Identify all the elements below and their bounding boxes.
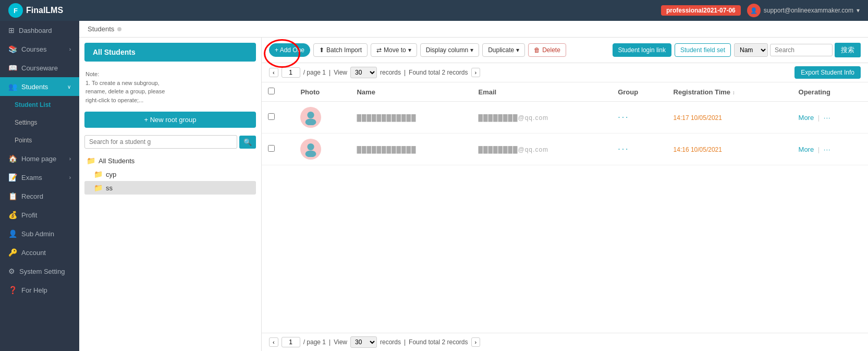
svg-point-0 bbox=[308, 112, 314, 118]
select-all-checkbox[interactable] bbox=[268, 88, 275, 94]
col-group: Group bbox=[612, 82, 667, 102]
move-icon: ⇄ bbox=[376, 46, 382, 54]
page-title: Students bbox=[88, 25, 114, 33]
search-group: Nam Email 搜索 bbox=[734, 43, 861, 57]
page-label-bottom: / page 1 bbox=[303, 338, 326, 346]
logo: F FinalLMS bbox=[8, 3, 63, 18]
pipe-separator: | bbox=[404, 69, 406, 76]
export-student-info-button[interactable]: Export Student Info bbox=[794, 66, 861, 79]
chevron-down-icon: ▾ bbox=[408, 46, 411, 54]
avatar bbox=[300, 107, 321, 128]
col-operating: Operating bbox=[792, 82, 868, 102]
sidebar-item-points[interactable]: Points bbox=[0, 131, 79, 149]
move-to-button[interactable]: ⇄ Move to ▾ bbox=[371, 43, 417, 57]
avatar-svg bbox=[303, 141, 319, 157]
sidebar-item-for-help[interactable]: ❓ For Help bbox=[0, 281, 79, 299]
row-group: ··· bbox=[612, 102, 667, 134]
sidebar-item-student-list[interactable]: Student List bbox=[0, 96, 79, 114]
row-checkbox bbox=[262, 134, 294, 165]
search-button[interactable]: 搜索 bbox=[835, 43, 861, 57]
sidebar-item-label: Dashboard bbox=[19, 27, 52, 34]
pagination-bar-top: ‹ / page 1 | View 30 50 100 records | Fo… bbox=[262, 63, 868, 82]
sidebar-item-courseware[interactable]: 📖 Courseware bbox=[0, 58, 79, 77]
row-checkbox bbox=[262, 102, 294, 134]
duplicate-button[interactable]: Duplicate ▾ bbox=[482, 43, 525, 57]
view-count-select-bottom[interactable]: 30 50 100 bbox=[350, 336, 377, 348]
sidebar-item-subadmin[interactable]: 👤 Sub Admin bbox=[0, 224, 79, 243]
search-input[interactable] bbox=[770, 44, 833, 56]
page-number-input-bottom[interactable] bbox=[282, 337, 300, 347]
group-item-all-students[interactable]: 📁 All Students bbox=[84, 154, 256, 167]
name-filter-select[interactable]: Nam Email bbox=[734, 43, 768, 57]
row-select-checkbox[interactable] bbox=[268, 145, 275, 152]
col-name: Name bbox=[350, 82, 472, 102]
svg-point-2 bbox=[308, 143, 314, 150]
row-email: ████████@qq.com bbox=[472, 102, 612, 134]
sidebar-item-students[interactable]: 👥 Students ∨ bbox=[0, 77, 79, 96]
row-operating: More | ··· bbox=[792, 102, 868, 134]
registration-time: 14:17 10/05/2021 bbox=[674, 114, 722, 122]
plan-badge: professional2021-07-06 bbox=[661, 5, 741, 16]
row-select-checkbox[interactable] bbox=[268, 113, 275, 120]
view-label-bottom: View bbox=[334, 338, 347, 346]
table-row: ████████████ ████████@qq.com ··· 14:16 1… bbox=[262, 134, 868, 165]
col-photo: Photo bbox=[294, 82, 350, 102]
page-label: / page 1 bbox=[303, 69, 326, 76]
sidebar-item-exams[interactable]: 📝 Exams › bbox=[0, 168, 79, 187]
sidebar-item-settings[interactable]: Settings bbox=[0, 114, 79, 131]
page-number-input[interactable] bbox=[282, 67, 300, 78]
toolbar: + Add One ⬆ Batch Import ⇄ Move to ▾ Dis… bbox=[262, 38, 868, 63]
blurred-name: ████████████ bbox=[357, 146, 416, 153]
note-title: Note: bbox=[85, 71, 99, 77]
sidebar-item-label: Courseware bbox=[21, 64, 58, 72]
pagination-bar-bottom: ‹ / page 1 | View 30 50 100 records | Fo… bbox=[262, 333, 868, 351]
more-button[interactable]: More bbox=[799, 146, 814, 153]
action-dots[interactable]: ··· bbox=[824, 114, 831, 122]
search-group-input[interactable] bbox=[84, 135, 237, 149]
student-field-set-button[interactable]: Student field set bbox=[675, 43, 731, 57]
dashboard-icon: ⊞ bbox=[8, 26, 15, 34]
student-login-link-button[interactable]: Student login link bbox=[613, 43, 671, 57]
more-button[interactable]: More bbox=[799, 114, 814, 122]
data-table: Photo Name Email Group Registration Time… bbox=[262, 82, 868, 333]
next-page-button-bottom[interactable]: › bbox=[471, 337, 481, 347]
sidebar-item-courses[interactable]: 📚 Courses › bbox=[0, 40, 79, 58]
prev-page-button[interactable]: ‹ bbox=[269, 68, 278, 77]
logo-icon: F bbox=[8, 3, 23, 18]
batch-import-button[interactable]: ⬆ Batch Import bbox=[313, 43, 368, 57]
record-icon: 📋 bbox=[8, 192, 17, 200]
svg-point-3 bbox=[305, 150, 316, 157]
blurred-name: ████████████ bbox=[357, 114, 416, 122]
folder-icon: 📁 bbox=[94, 170, 103, 178]
sidebar-item-system-setting[interactable]: ⚙ System Setting bbox=[0, 262, 79, 281]
group-item-ss[interactable]: 📁 ss bbox=[84, 181, 256, 195]
profit-icon: 💰 bbox=[8, 211, 17, 219]
blurred-email: ████████@qq.com bbox=[479, 146, 549, 153]
sidebar-item-dashboard[interactable]: ⊞ Dashboard bbox=[0, 21, 79, 40]
sidebar-item-record[interactable]: 📋 Record bbox=[0, 187, 79, 205]
prev-page-button-bottom[interactable]: ‹ bbox=[269, 337, 278, 347]
new-root-group-button[interactable]: + New root group bbox=[84, 112, 256, 128]
page-header: Students bbox=[79, 21, 868, 38]
sidebar-item-label: For Help bbox=[21, 286, 47, 294]
display-column-button[interactable]: Display column ▾ bbox=[420, 43, 479, 57]
group-dots[interactable]: ··· bbox=[618, 144, 629, 153]
user-info[interactable]: 👤 support@onlineexammaker.com ▾ bbox=[747, 4, 860, 17]
view-count-select[interactable]: 30 50 100 bbox=[350, 67, 377, 78]
search-group-button[interactable]: 🔍 bbox=[239, 136, 256, 149]
records-label: records bbox=[380, 69, 401, 76]
note-box: Note: 1. To create a new subgroup, renam… bbox=[79, 67, 261, 107]
add-one-button[interactable]: + Add One bbox=[269, 43, 310, 57]
all-students-button[interactable]: All Students bbox=[84, 43, 256, 62]
next-page-button[interactable]: › bbox=[471, 68, 481, 77]
sidebar-item-profit[interactable]: 💰 Profit bbox=[0, 205, 79, 224]
sidebar-item-account[interactable]: 🔑 Account bbox=[0, 243, 79, 262]
folder-icon: 📁 bbox=[87, 156, 95, 165]
group-dots[interactable]: ··· bbox=[618, 113, 629, 122]
folder-icon: 📁 bbox=[94, 184, 103, 192]
group-item-cyp[interactable]: 📁 cyp bbox=[84, 167, 256, 181]
sidebar-item-homepage[interactable]: 🏠 Home page › bbox=[0, 149, 79, 168]
sidebar-item-label: Record bbox=[21, 192, 43, 200]
action-dots[interactable]: ··· bbox=[824, 146, 831, 153]
delete-button[interactable]: 🗑 Delete bbox=[528, 43, 566, 57]
